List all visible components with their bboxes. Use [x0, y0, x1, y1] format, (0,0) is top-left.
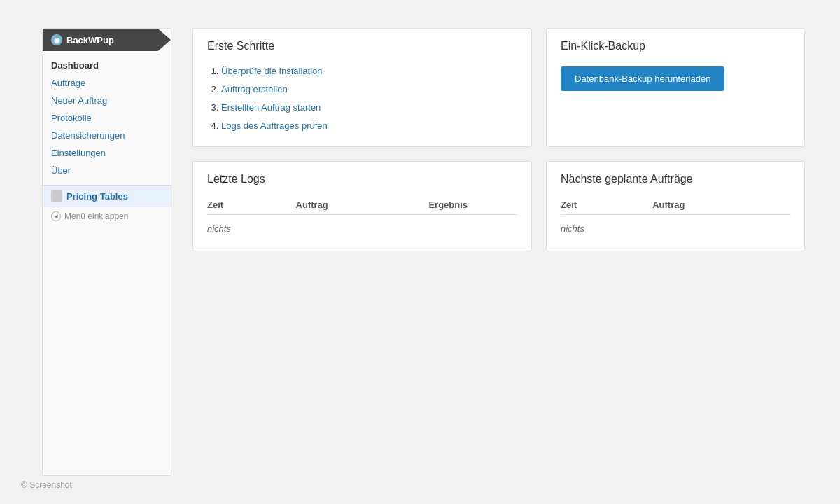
sidebar-header: ◉ BackWPup: [43, 29, 171, 51]
erste-schritte-card: Erste Schritte Überprüfe die Installatio…: [192, 28, 532, 147]
erste-schritte-title: Erste Schritte: [207, 40, 517, 52]
naechste-empty: nichts: [561, 218, 790, 239]
sidebar-item-datensicherungen[interactable]: Datensicherungen: [43, 127, 171, 144]
ein-klick-title: Ein-Klick-Backup: [561, 40, 790, 52]
sidebar-item-protokolle[interactable]: Protokolle: [43, 109, 171, 127]
step-2-link[interactable]: Auftrag erstellen: [221, 84, 288, 94]
collapse-icon: ◄: [51, 211, 61, 221]
sidebar-item-einstellungen[interactable]: Einstellungen: [43, 144, 171, 162]
collapse-menu-button[interactable]: ◄ Menü einklappen: [43, 206, 171, 225]
sidebar: ◉ BackWPup Dashboard Aufträge Neuer Auft…: [42, 28, 172, 476]
col-zeit: Zeit: [207, 200, 296, 210]
letzte-logs-header: Zeit Auftrag Ergebnis: [207, 195, 517, 215]
col-ergebnis: Ergebnis: [428, 200, 517, 210]
naechste-header: Zeit Auftrag: [561, 195, 790, 215]
plugin-icon: ◉: [51, 34, 62, 46]
download-backup-button[interactable]: Datenbank-Backup herunterladen: [561, 66, 724, 91]
letzte-logs-empty: nichts: [207, 218, 517, 239]
step-3-link[interactable]: Erstellten Auftrag starten: [221, 102, 321, 113]
pricing-tables-icon: [51, 190, 62, 202]
erste-schritte-list: Überprüfe die Installation Auftrag erste…: [221, 62, 517, 135]
ein-klick-card: Ein-Klick-Backup Datenbank-Backup herunt…: [546, 28, 805, 147]
pricing-tables-label: Pricing Tables: [66, 191, 128, 202]
letzte-logs-card: Letzte Logs Zeit Auftrag Ergebnis nichts: [192, 161, 532, 251]
step-4-link[interactable]: Logs des Auftrages prüfen: [221, 120, 328, 131]
collapse-label: Menü einklappen: [64, 211, 128, 221]
footer-label: © Screenshot: [21, 480, 72, 490]
plugin-name: BackWPup: [66, 35, 114, 46]
naechste-auftraege-card: Nächste geplante Aufträge Zeit Auftrag n…: [546, 161, 805, 251]
main-content: Erste Schritte Überprüfe die Installatio…: [172, 28, 826, 476]
col-auftrag: Auftrag: [652, 200, 790, 210]
sidebar-nav: Dashboard Aufträge Neuer Auftrag Protoko…: [43, 51, 171, 185]
list-item: Auftrag erstellen: [221, 80, 517, 99]
col-auftrag: Auftrag: [296, 200, 429, 210]
list-item: Überprüfe die Installation: [221, 62, 517, 80]
footer: © Screenshot: [21, 480, 72, 490]
col-zeit: Zeit: [561, 200, 652, 210]
sidebar-item-pricing-tables[interactable]: Pricing Tables: [43, 185, 171, 206]
letzte-logs-title: Letzte Logs: [207, 173, 517, 186]
sidebar-item-dashboard[interactable]: Dashboard: [43, 57, 171, 74]
step-1-link[interactable]: Überprüfe die Installation: [221, 66, 323, 76]
list-item: Logs des Auftrages prüfen: [221, 117, 517, 135]
sidebar-item-ueber[interactable]: Über: [43, 162, 171, 179]
list-item: Erstellten Auftrag starten: [221, 99, 517, 117]
sidebar-item-neuer-auftrag[interactable]: Neuer Auftrag: [43, 92, 171, 109]
naechste-title: Nächste geplante Aufträge: [561, 173, 790, 186]
sidebar-item-auftraege[interactable]: Aufträge: [43, 74, 171, 92]
